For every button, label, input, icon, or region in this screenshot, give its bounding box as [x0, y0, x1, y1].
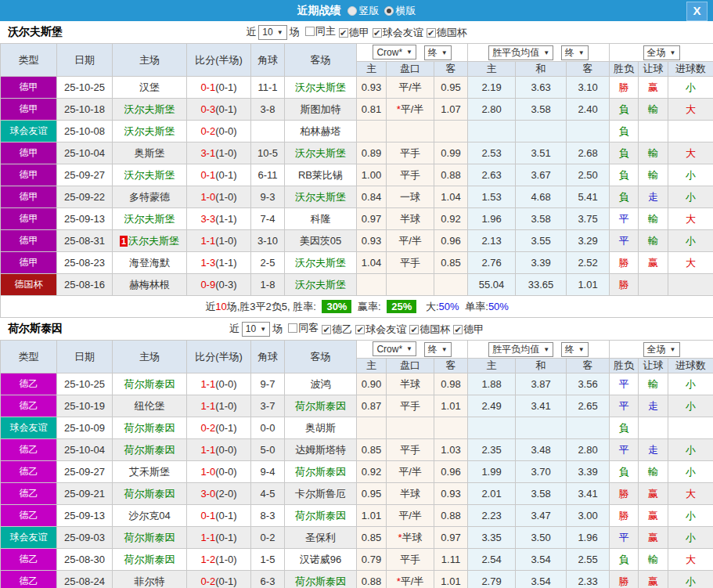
chevron-down-icon: ▼: [260, 326, 266, 333]
team-name: 沙尔克04: [128, 510, 170, 521]
corners-cell: 0-0: [251, 417, 285, 439]
big-label: 大:: [426, 301, 439, 312]
handicap-cell: 半球: [387, 483, 434, 505]
handicap-result-cell: [639, 121, 668, 142]
handicap-result-cell: 輸: [639, 549, 668, 571]
period-select[interactable]: 全场▼: [643, 342, 680, 357]
odds-home-cell: 0.90: [357, 373, 387, 395]
result-cell: 平: [610, 230, 639, 252]
filter-checkbox[interactable]: ✔德甲: [453, 323, 484, 337]
filter-checkbox[interactable]: ✔德甲: [339, 26, 369, 40]
avg-away-cell: 2.80: [567, 439, 610, 461]
avg-odds-header: 胜平负均值▼ 终▼: [468, 44, 610, 62]
halftime-score: (1-0): [215, 147, 236, 159]
fulltime-score: 1-1: [200, 235, 215, 247]
date-cell: 25-10-25: [57, 77, 113, 99]
odds-away-cell: 0.85: [434, 252, 468, 274]
filter-checkbox[interactable]: ✔球会友谊: [373, 26, 423, 40]
handicap-cell: 半球: [387, 208, 434, 230]
handicap-result-cell: 輸: [639, 461, 668, 483]
score-cell: 1-0(0-0): [187, 461, 251, 483]
halftime-score: (0-1): [215, 532, 236, 543]
avg-home-cell: 2.23: [468, 505, 516, 527]
match-row: 德乙25-10-25荷尔斯泰因1-1(0-0)9-7波鸿0.90半球0.981.…: [1, 373, 713, 395]
col-header-corners: 角球: [251, 341, 285, 373]
filter-checkbox[interactable]: ✔球会友谊: [355, 323, 406, 337]
sub-header-avg-home: 主: [468, 62, 516, 77]
avg-time-select[interactable]: 终▼: [561, 45, 589, 60]
filter-checkbox[interactable]: ✔德乙: [322, 323, 352, 337]
avg-home-cell: 2.01: [468, 483, 516, 505]
corners-cell: 1-5: [251, 549, 285, 571]
match-count-select[interactable]: 10 ▼: [258, 25, 286, 40]
match-row: 德甲25-09-13沃尔夫斯堡3-3(1-1)7-4科隆0.97半球0.921.…: [1, 208, 713, 230]
result-cell: 負: [610, 121, 639, 142]
handicap-cell: 半球: [387, 373, 434, 395]
goals-result-cell: 小: [668, 164, 713, 186]
goals-result-cell: [668, 417, 713, 439]
odds-home-cell: 0.85: [357, 527, 387, 549]
avg-time-select[interactable]: 终▼: [561, 342, 589, 357]
result-cell: 勝: [610, 77, 639, 99]
odds-away-cell: [434, 417, 468, 439]
filter-checkbox[interactable]: 同主: [305, 24, 336, 38]
score-cell: 0-1(0-1): [187, 505, 251, 527]
period-select[interactable]: 全场▼: [643, 45, 680, 60]
filter-checkbox[interactable]: 同客: [288, 321, 319, 335]
sub-header-avg-draw: 和: [516, 62, 567, 77]
fulltime-score: 1-3: [200, 257, 215, 269]
result-cell: 勝: [610, 483, 639, 505]
odds-home-cell: 0.84: [357, 186, 387, 208]
filter-checkbox[interactable]: ✔德国杯: [409, 323, 450, 337]
team-name: 沃尔夫斯堡: [124, 125, 175, 137]
odds-home-cell: 0.92: [357, 461, 387, 483]
league-badge: 德乙: [1, 461, 57, 483]
away-team-cell: 沃尔夫斯堡: [285, 77, 357, 99]
summary-row: 近10场,胜3平2负5, 胜率: 30% 赢率: 25% 大:50% 单率:50…: [1, 296, 713, 318]
league-badge: 德乙: [1, 439, 57, 461]
match-count-select[interactable]: 10 ▼: [242, 322, 270, 337]
avg-home-cell: 55.04: [468, 274, 516, 296]
match-row: 球会友谊25-10-08沃尔夫斯堡0-2(0-0)柏林赫塔負: [1, 121, 713, 142]
team-name: 荷尔斯泰因: [124, 488, 175, 500]
avg-away-cell: 3.00: [567, 505, 610, 527]
goals-result-cell: 大: [668, 99, 713, 121]
odds-away-cell: 1.11: [434, 549, 468, 571]
halftime-score: (1-0): [215, 235, 236, 247]
avg-away-cell: 2.40: [567, 99, 610, 121]
odds-away-cell: 0.88: [434, 505, 468, 527]
odds-away-cell: 1.01: [434, 571, 468, 588]
odds-company-select[interactable]: Crow*▼: [373, 45, 416, 60]
corners-cell: 10-5: [251, 142, 285, 164]
avg-type-select[interactable]: 胜平负均值▼: [488, 342, 553, 357]
avg-home-cell: 2.63: [468, 164, 516, 186]
odds-time-select[interactable]: 终▼: [424, 45, 452, 60]
vertical-layout-radio[interactable]: 竖版: [347, 4, 380, 18]
match-row: 德乙25-10-19纽伦堡1-1(1-0)3-7荷尔斯泰因0.87平手1.012…: [1, 395, 713, 417]
team-name: 荷尔斯泰因: [295, 466, 346, 478]
avg-home-cell: 2.54: [468, 549, 516, 571]
close-icon[interactable]: X: [686, 2, 708, 21]
date-cell: 25-09-27: [57, 164, 113, 186]
odds-home-cell: 1.01: [357, 505, 387, 527]
odds-company-select[interactable]: Crow*▼: [373, 341, 416, 356]
avg-type-select[interactable]: 胜平负均值▼: [488, 45, 553, 60]
col-header-corners: 角球: [251, 44, 285, 77]
col-header-home: 主场: [113, 341, 187, 373]
goals-result-cell: 大: [668, 252, 713, 274]
team-name: 沃尔夫斯堡: [295, 279, 346, 290]
match-row: 球会友谊25-09-03荷尔斯泰因1-1(0-1)0-2圣保利0.85*半球0.…: [1, 527, 713, 549]
checkbox-icon: [305, 27, 315, 36]
filter-checkbox[interactable]: ✔德国杯: [427, 26, 467, 40]
score-cell: 0-2(0-1): [187, 417, 251, 439]
radio-icon: [347, 6, 357, 16]
corners-cell: 3-7: [251, 395, 285, 417]
horizontal-layout-radio[interactable]: 横版: [384, 4, 416, 18]
odds-time-select[interactable]: 终▼: [424, 342, 452, 357]
away-team-cell: 圣保利: [285, 527, 357, 549]
odds-home-cell: 0.93: [357, 230, 387, 252]
star-marker: *: [397, 103, 401, 115]
team-name: 荷尔斯泰因: [124, 378, 175, 390]
cover-rate-badge: 25%: [387, 300, 416, 313]
date-cell: 25-09-03: [57, 527, 113, 549]
